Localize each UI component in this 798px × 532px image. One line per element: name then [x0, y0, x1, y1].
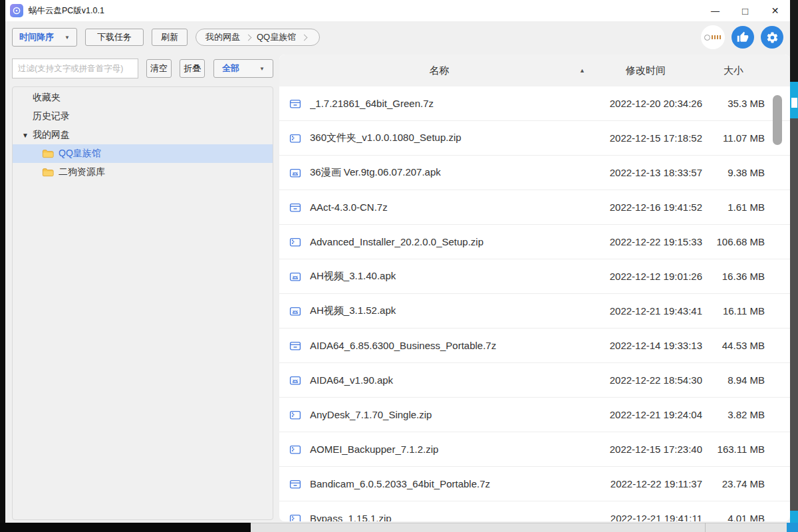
tree-item-二狗资源库[interactable]: 二狗资源库: [13, 163, 273, 182]
breadcrumb-item-root[interactable]: 我的网盘: [204, 31, 241, 43]
file-type-icon: [289, 167, 301, 179]
file-row[interactable]: AOMEI_Backupper_7.1.2.zip 2022-12-15 17:…: [279, 432, 790, 467]
file-row[interactable]: AIDA64_6.85.6300_Business_Portable.7z 20…: [279, 329, 790, 363]
file-row[interactable]: AIDA64_v1.90.apk 2022-12-22 18:54:30 8.9…: [279, 363, 790, 398]
tree-item-QQ皇族馆[interactable]: QQ皇族馆: [13, 144, 273, 163]
column-header-size[interactable]: 大小: [702, 65, 765, 77]
file-modified-time: 2022-12-21 19:43:41: [589, 305, 702, 317]
file-row[interactable]: Bandicam_6.0.5.2033_64bit_Portable.7z 20…: [279, 467, 790, 501]
tree-item-label: 我的网盘: [33, 129, 70, 141]
background-window-left-strip: [0, 0, 5, 532]
file-row[interactable]: _1.7.21861_64bit_Green.7z 2022-12-20 20:…: [279, 86, 790, 121]
file-name: AIDA64_6.85.6300_Business_Portable.7z: [310, 340, 589, 351]
file-rows: _1.7.21861_64bit_Green.7z 2022-12-20 20:…: [279, 86, 790, 521]
file-modified-time: 2022-12-22 19:15:33: [589, 236, 702, 247]
background-white-square: [791, 98, 797, 108]
file-size: 44.53 MB: [702, 340, 765, 351]
file-modified-time: 2022-12-15 17:23:40: [589, 444, 702, 455]
file-size: 106.68 MB: [702, 236, 765, 247]
background-gray-area: [790, 118, 798, 511]
background-bar-divider: [705, 523, 706, 532]
archive-zip-icon: [289, 236, 301, 248]
tree-item-icon: [42, 148, 54, 160]
settings-button[interactable]: [761, 26, 783, 49]
minimize-button[interactable]: —: [700, 0, 730, 21]
column-header-modified[interactable]: 修改时间: [589, 65, 702, 77]
file-row[interactable]: 360文件夹_v1.0.0.1080_Setup.zip 2022-12-15 …: [279, 121, 790, 156]
file-modified-time: 2022-12-21 19:24:04: [589, 409, 702, 420]
file-name: Bypass_1.15.1.zip: [310, 513, 589, 521]
file-modified-time: 2022-12-14 19:33:13: [589, 340, 702, 351]
archive-7z-icon: [289, 98, 301, 110]
file-modified-time: 2022-12-15 17:18:52: [589, 132, 702, 144]
file-name: _1.7.21861_64bit_Green.7z: [310, 98, 589, 109]
file-modified-time: 2022-12-22 19:11:37: [589, 478, 702, 489]
file-type-icon: [289, 478, 301, 490]
file-row[interactable]: AH视频_3.1.52.apk 2022-12-21 19:43:41 16.1…: [279, 294, 790, 329]
file-type-icon: [289, 374, 301, 386]
scope-dropdown[interactable]: 全部 ▼: [213, 59, 273, 78]
folder-icon: [42, 166, 54, 178]
breadcrumb-item-current[interactable]: QQ皇族馆: [255, 31, 297, 43]
file-name: Advanced_Installer_20.2.0.0_Setup.zip: [310, 236, 589, 247]
file-table-panel: 名称 ▲ 修改时间 大小 _1.7.21861_64bit_Green.7z 2…: [279, 55, 790, 521]
breadcrumb-separator-icon: [245, 34, 252, 41]
column-header-name[interactable]: 名称 ▲: [289, 65, 589, 77]
close-button[interactable]: ✕: [760, 0, 790, 21]
sidebar: 清空 折叠 全部 ▼ 收藏夹 历史记录 ▼ 我的网盘 QQ皇族馆: [12, 53, 273, 523]
file-size: 1.61 MB: [702, 201, 765, 213]
app-window: 蜗牛云盘PC版v1.0.1 — □ ✕ 时间降序 ▼ 下载任务 刷新 我的网盘 …: [5, 0, 790, 523]
file-row[interactable]: AH视频_3.1.40.apk 2022-12-12 19:01:26 16.3…: [279, 259, 790, 294]
file-row[interactable]: 36漫画 Ver.9tg.06.07.207.apk 2022-12-13 18…: [279, 156, 790, 190]
file-name: AnyDesk_7.1.70_Single.zip: [310, 409, 589, 420]
folder-icon: [42, 148, 54, 160]
file-name: 360文件夹_v1.0.0.1080_Setup.zip: [310, 132, 589, 144]
like-button[interactable]: [732, 26, 754, 49]
tree-item-icon: [42, 166, 54, 178]
maximize-button[interactable]: □: [730, 0, 760, 21]
scrollbar-thumb[interactable]: [773, 95, 782, 145]
archive-zip-icon: [289, 444, 301, 456]
title-bar: 蜗牛云盘PC版v1.0.1 — □ ✕: [5, 0, 790, 21]
clear-filter-button[interactable]: 清空: [146, 59, 172, 78]
collapse-button[interactable]: 折叠: [180, 59, 205, 78]
tree-item-label: 历史记录: [33, 110, 70, 122]
tree-expander-icon[interactable]: ▼: [22, 132, 33, 139]
watermark-text-mark: [712, 35, 722, 39]
tree-item-label: 二狗资源库: [59, 166, 105, 178]
file-name: AH视频_3.1.40.apk: [310, 270, 589, 283]
archive-zip-icon: [289, 132, 301, 144]
window-controls: — □ ✕: [700, 0, 790, 21]
archive-7z-icon: [289, 478, 301, 490]
file-size: 16.36 MB: [702, 271, 765, 282]
file-type-icon: [289, 513, 301, 522]
file-row[interactable]: Bypass_1.15.1.zip 2022-12-21 19:41:11 4.…: [279, 501, 790, 521]
android-apk-icon: [289, 167, 301, 179]
file-row[interactable]: AnyDesk_7.1.70_Single.zip 2022-12-21 19:…: [279, 398, 790, 432]
tree-item-我的网盘[interactable]: ▼ 我的网盘: [13, 126, 273, 144]
archive-zip-icon: [289, 513, 301, 522]
file-row[interactable]: AAct-4.3.0-CN.7z 2022-12-16 19:41:52 1.6…: [279, 190, 790, 225]
file-modified-time: 2022-12-20 20:34:26: [589, 98, 702, 109]
file-type-icon: [289, 305, 301, 317]
file-size: 16.11 MB: [702, 305, 765, 317]
file-name: Bandicam_6.0.5.2033_64bit_Portable.7z: [310, 478, 589, 489]
breadcrumb: 我的网盘 QQ皇族馆: [196, 29, 320, 46]
filter-input[interactable]: [12, 59, 138, 78]
chevron-down-icon: ▼: [65, 35, 70, 41]
file-row[interactable]: Advanced_Installer_20.2.0.0_Setup.zip 20…: [279, 225, 790, 259]
file-name: 36漫画 Ver.9tg.06.07.207.apk: [310, 166, 589, 179]
tree-item-收藏夹[interactable]: 收藏夹: [13, 88, 273, 107]
name-column-label: 名称: [430, 65, 450, 76]
background-window-right-strip: [790, 0, 798, 532]
background-gray-bar: [251, 523, 798, 532]
app-logo-icon: [10, 4, 23, 17]
download-tasks-button[interactable]: 下载任务: [85, 29, 144, 46]
sort-ascending-icon: ▲: [579, 67, 585, 74]
refresh-button[interactable]: 刷新: [152, 29, 188, 46]
sort-order-dropdown[interactable]: 时间降序 ▼: [12, 28, 77, 47]
archive-7z-icon: [289, 340, 301, 352]
file-modified-time: 2022-12-16 19:41:52: [589, 201, 702, 213]
tree-item-历史记录[interactable]: 历史记录: [13, 107, 273, 126]
file-name: AOMEI_Backupper_7.1.2.zip: [310, 444, 589, 455]
